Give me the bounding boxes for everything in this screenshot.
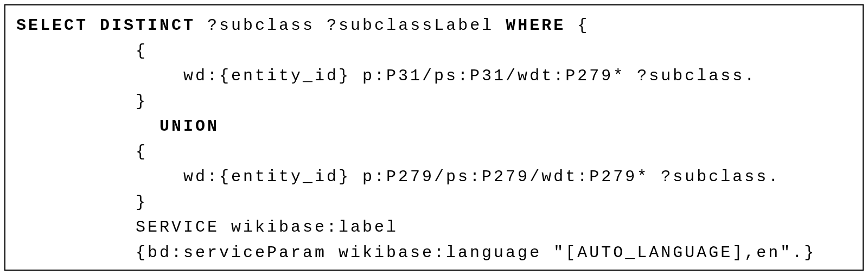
code-listing-container: SELECT DISTINCT ?subclass ?subclassLabel… <box>4 4 864 271</box>
code-line-7: wd:{entity_id} p:P279/ps:P279/wdt:P279* … <box>16 168 780 186</box>
keyword-distinct: DISTINCT <box>100 16 195 35</box>
keyword-select: SELECT <box>16 16 88 35</box>
keyword-union: UNION <box>159 117 219 136</box>
code-line-3: wd:{entity_id} p:P31/ps:P31/wdt:P279* ?s… <box>16 67 756 85</box>
code-line-4: } <box>16 92 148 111</box>
code-line-2: { <box>16 42 148 60</box>
code-line-9: SERVICE wikibase:label <box>16 218 398 236</box>
code-vars: ?subclass ?subclassLabel <box>195 16 506 35</box>
code-line-10: {bd:serviceParam wikibase:language "[AUT… <box>16 244 816 262</box>
keyword-where: WHERE <box>506 16 565 35</box>
code-line-5-indent <box>16 117 159 136</box>
sparql-query-code: SELECT DISTINCT ?subclass ?subclassLabel… <box>16 13 852 265</box>
code-line-8: } <box>16 193 148 212</box>
code-line-6: { <box>16 143 148 161</box>
code-brace-open: { <box>565 16 589 35</box>
